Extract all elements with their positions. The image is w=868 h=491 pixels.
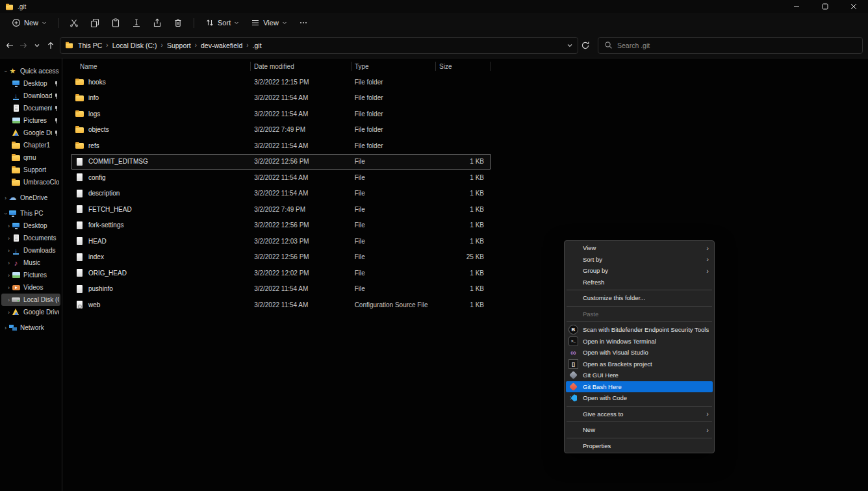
file-row-hooks[interactable]: hooks3/2/2022 12:15 PMFile folder [71,74,491,90]
delete-button[interactable] [168,15,188,31]
chevron-right-icon[interactable]: › [3,195,8,201]
sidebar-item-chapter1[interactable]: Chapter1 [1,139,60,151]
context-menu-item-view[interactable]: View› [566,242,713,254]
chevron-right-icon[interactable]: › [6,272,12,279]
column-header-date-modified[interactable]: Date modified [251,58,351,74]
chevron-right-icon[interactable]: › [6,309,12,316]
sidebar-item-downloads[interactable]: ›Downloads [1,244,60,257]
more-options-button[interactable] [294,15,313,31]
sidebar-item-qmu[interactable]: qmu [1,151,60,164]
chevron-right-icon[interactable]: › [3,325,8,331]
chevron-right-icon[interactable]: › [6,247,12,254]
file-row-objects[interactable]: objects3/2/2022 7:49 PMFile folder [71,122,491,138]
sidebar-item-network[interactable]: ›Network [1,321,60,334]
sidebar-item-support[interactable]: Support [1,164,60,176]
file-row-web[interactable]: web3/2/2022 11:54 AMConfiguration Source… [71,297,491,313]
column-header-name[interactable]: Name [71,58,251,74]
chevron-down-icon[interactable]: › [3,210,9,216]
file-row-config[interactable]: config3/2/2022 11:54 AMFile1 KB [71,170,491,186]
context-menu-item-new[interactable]: New› [566,424,713,436]
share-button[interactable] [147,15,167,31]
context-menu-item-group-by[interactable]: Group by› [566,265,713,277]
context-menu-item-sort-by[interactable]: Sort by› [566,254,713,266]
sidebar-item-documents[interactable]: Documents [1,102,60,114]
breadcrumb-item-dev-wakefield[interactable]: dev-wakefield [198,40,245,51]
sort-button[interactable]: Sort [200,15,244,31]
file-row-pushinfo[interactable]: pushinfo3/2/2022 11:54 AMFile1 KB [71,281,491,297]
sidebar-item-music[interactable]: ›Music [1,257,60,269]
file-row-index[interactable]: index3/2/2022 12:56 PMFile25 KB [71,249,491,266]
menu-icon-spacer [568,266,578,275]
file-row-orig-head[interactable]: ORIG_HEAD3/2/2022 12:02 PMFile1 KB [71,265,491,281]
context-menu-item-open-as-brackets-project[interactable]: Open as Brackets project [566,359,713,370]
search-input[interactable] [617,42,856,49]
sidebar-item-umbracocloudclon[interactable]: UmbracoCloudClon [1,176,60,188]
file-row-description[interactable]: description3/2/2022 11:54 AMFile1 KB [71,186,491,202]
context-menu-item-give-access-to[interactable]: Give access to› [566,409,713,420]
context-menu-item-refresh[interactable]: Refresh [566,277,713,288]
sidebar-item-local-disk-c[interactable]: ›Local Disk (C:) [1,294,60,306]
context-menu-item-open-with-code[interactable]: Open with Code [566,392,713,404]
sidebar-item-google-drive-g[interactable]: ›Google Drive (G:) [1,306,60,318]
file-row-head[interactable]: HEAD3/2/2022 12:03 PMFile1 KB [71,233,491,249]
menu-item-label: Open as Brackets project [583,360,709,368]
chevron-right-icon[interactable]: › [6,260,12,266]
context-menu-item-open-in-windows-terminal[interactable]: Open in Windows Terminal [566,336,713,347]
refresh-button[interactable] [578,38,592,53]
sidebar-item-pictures[interactable]: ›Pictures [1,269,60,281]
rename-button[interactable] [127,15,146,31]
sidebar-item-videos[interactable]: ›Videos [1,281,60,294]
view-button[interactable]: View [246,15,292,31]
recent-locations-button[interactable] [30,38,44,53]
column-header-type[interactable]: Type [351,58,436,74]
new-button[interactable]: New [6,15,52,31]
sidebar-item-google-drive-g[interactable]: Google Drive (G: [1,127,60,139]
sidebar-item-desktop[interactable]: ›Desktop [1,220,60,232]
maximize-button[interactable] [811,0,839,13]
context-menu-item-properties[interactable]: Properties [566,440,713,452]
up-button[interactable] [44,38,57,53]
breadcrumb-item-support[interactable]: Support [164,40,194,51]
sidebar-item-onedrive[interactable]: ›OneDrive [1,192,60,204]
context-menu-item-paste: Paste [566,308,713,320]
file-row-fetch-head[interactable]: FETCH_HEAD3/2/2022 7:49 PMFile1 KB [71,201,491,218]
minimize-button[interactable] [782,0,811,13]
paste-button[interactable] [106,15,125,31]
close-button[interactable] [839,0,868,13]
file-date-modified: 3/2/2022 12:02 PM [251,270,351,277]
window-folder-icon [6,3,13,10]
file-row-refs[interactable]: refs3/2/2022 11:54 AMFile folder [71,138,491,154]
breadcrumb-bar[interactable]: This PC›Local Disk (C:)›Support›dev-wake… [60,37,578,54]
context-menu-item-open-with-visual-studio[interactable]: Open with Visual Studio [566,347,713,359]
sidebar-item-this-pc[interactable]: ›This PC [1,207,60,220]
sidebar-item-documents[interactable]: ›Documents [1,232,60,244]
sidebar-item-downloads[interactable]: Downloads [1,90,60,102]
chevron-right-icon[interactable]: › [6,297,12,303]
context-menu-item-scan-with-bitdefender-endpoint-security-tools[interactable]: Scan with Bitdefender Endpoint Security … [566,324,713,336]
file-row-commit-editmsg[interactable]: COMMIT_EDITMSG3/2/2022 12:56 PMFile1 KB [71,154,491,170]
chevron-right-icon[interactable]: › [6,235,12,242]
file-row-info[interactable]: info3/2/2022 11:54 AMFile folder [71,90,491,107]
cut-button[interactable] [64,15,84,31]
file-row-logs[interactable]: logs3/2/2022 11:54 AMFile folder [71,106,491,122]
sidebar-item-desktop[interactable]: Desktop [1,77,60,90]
file-row-fork-settings[interactable]: fork-settings3/2/2022 12:56 PMFile1 KB [71,218,491,234]
forward-button[interactable] [16,38,30,53]
breadcrumb-item-this-pc[interactable]: This PC [75,40,105,51]
chevron-right-icon[interactable]: › [6,284,12,291]
sidebar-item-quick-access[interactable]: ›Quick access [1,65,60,77]
column-header-size[interactable]: Size [436,58,491,74]
context-menu-item-customize-this-folder[interactable]: Customize this folder... [566,292,713,304]
file-name-cell: ORIG_HEAD [71,269,251,277]
context-menu-item-git-gui-here[interactable]: Git GUI Here [566,370,713,381]
breadcrumb-item-local-disk-c[interactable]: Local Disk (C:) [110,40,160,51]
file-icon [75,221,84,229]
sidebar-item-pictures[interactable]: Pictures [1,114,60,127]
chevron-right-icon[interactable]: › [6,223,12,229]
breadcrumb-item-git[interactable]: .git [250,40,264,51]
copy-button[interactable] [85,15,105,31]
chevron-down-icon[interactable]: › [3,68,9,74]
address-dropdown-icon[interactable] [567,42,573,49]
back-button[interactable] [3,38,16,53]
context-menu-item-git-bash-here[interactable]: Git Bash Here [566,381,713,393]
